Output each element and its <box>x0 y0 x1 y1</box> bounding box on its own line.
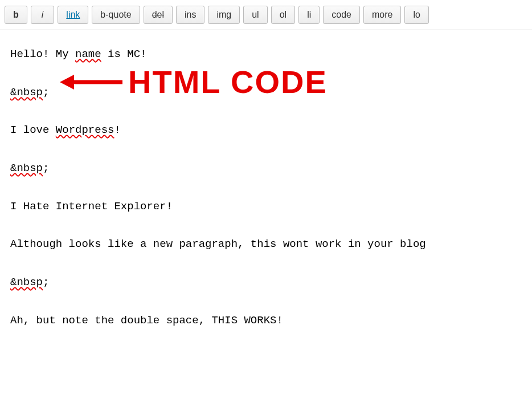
editor-line: Although looks like a new paragraph, thi… <box>10 237 522 251</box>
editor-line: Ah, but note the double space, THIS WORK… <box>10 314 522 328</box>
editor-toolbar: b i link b-quote del ins img ul ol li co… <box>0 0 532 30</box>
spell-error: Wordpress <box>56 124 114 136</box>
editor-line: Hello! My name is MC! <box>10 47 522 62</box>
spell-error: &nbsp <box>10 86 43 99</box>
spell-error: name <box>75 48 101 60</box>
ins-button[interactable]: ins <box>176 6 204 24</box>
ol-button[interactable]: ol <box>271 6 295 24</box>
editor-textarea[interactable]: Hello! My name is MC! &nbsp; I love Word… <box>0 30 532 345</box>
editor-line: I love Wordpress! <box>10 123 522 137</box>
ul-button[interactable]: ul <box>243 6 267 24</box>
link-button[interactable]: link <box>58 6 88 24</box>
img-button[interactable]: img <box>208 6 240 24</box>
editor-line: &nbsp; <box>10 275 522 290</box>
editor-line: &nbsp; <box>10 161 522 176</box>
li-button[interactable]: li <box>298 6 320 24</box>
more-button[interactable]: more <box>363 6 401 24</box>
spell-error: &nbsp <box>10 276 43 289</box>
bold-button[interactable]: b <box>5 6 27 24</box>
editor-line: &nbsp; <box>10 86 522 100</box>
lookup-button[interactable]: lo <box>404 6 428 24</box>
italic-button[interactable]: i <box>31 6 55 24</box>
del-button[interactable]: del <box>144 6 173 24</box>
spell-error: &nbsp <box>10 162 43 174</box>
blockquote-button[interactable]: b-quote <box>92 6 140 24</box>
editor-line: I Hate Internet Explorer! <box>10 200 522 214</box>
code-button[interactable]: code <box>323 6 360 24</box>
